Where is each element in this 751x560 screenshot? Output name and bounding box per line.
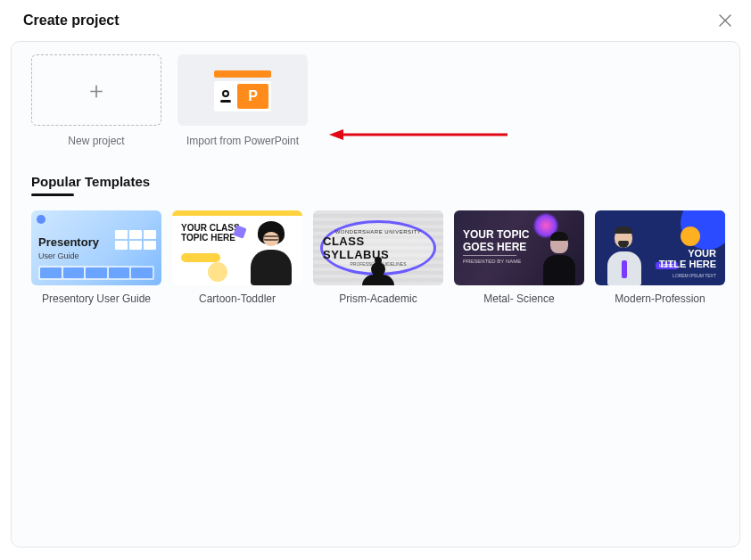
import-card: P Import from PowerPoint [177, 54, 308, 147]
powerpoint-icon: P [210, 69, 275, 111]
template-label: Modern-Profession [615, 292, 705, 305]
template-thumbnail: Presentory User Guide [31, 210, 161, 285]
templates-row: Presentory User Guide Presentory User Gu… [31, 210, 720, 305]
template-thumbnail: YOUR TOPIC GOES HERE PRESENTED BY NAME [454, 210, 584, 285]
section-underline [31, 194, 74, 196]
new-project-card: ＋ New project [31, 54, 161, 147]
template-modern-profession[interactable]: HERE YOUR TITLE HERE LOREM IPSUM TEXT Mo… [595, 210, 725, 305]
close-icon [719, 14, 731, 27]
main-panel: ＋ New project P Import from PowerPoin [11, 41, 740, 548]
template-label: Prism-Academic [339, 292, 417, 305]
import-powerpoint-button[interactable]: P [177, 54, 308, 126]
dialog-header: Create project [0, 0, 751, 37]
top-actions-row: ＋ New project P Import from PowerPoin [31, 54, 720, 147]
template-label: Presentory User Guide [42, 292, 151, 305]
template-label: Cartoon-Toddler [199, 292, 276, 305]
template-thumbnail: HERE YOUR TITLE HERE LOREM IPSUM TEXT [595, 210, 725, 285]
template-metal-science[interactable]: YOUR TOPIC GOES HERE PRESENTED BY NAME M… [454, 210, 584, 305]
template-label: Metal- Science [483, 292, 554, 305]
template-prism-academic[interactable]: WONDERSHARE UNIVERSITY CLASS SYLLABUS PR… [313, 210, 443, 305]
dialog-title: Create project [23, 12, 120, 29]
template-thumbnail: YOUR CLASSTOPIC HERE [172, 210, 302, 285]
close-button[interactable] [717, 12, 733, 29]
template-presentory-user-guide[interactable]: Presentory User Guide Presentory User Gu… [31, 210, 161, 305]
new-project-label: New project [68, 135, 124, 147]
template-thumbnail: WONDERSHARE UNIVERSITY CLASS SYLLABUS PR… [313, 210, 443, 285]
section-title-popular: Popular Templates [31, 174, 720, 189]
template-cartoon-toddler[interactable]: YOUR CLASSTOPIC HERE Cartoon-Toddler [172, 210, 302, 305]
plus-icon: ＋ [85, 75, 108, 106]
import-label: Import from PowerPoint [186, 135, 299, 147]
new-project-button[interactable]: ＋ [31, 54, 161, 126]
